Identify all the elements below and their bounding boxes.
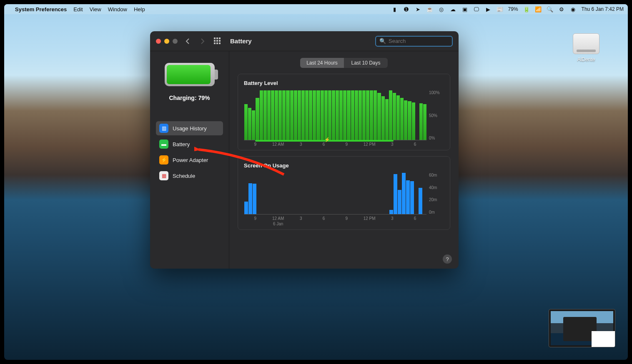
chart-bar [396,95,400,140]
chart-bar [324,90,328,140]
chart-bar [248,183,252,214]
chart-bar [402,173,406,214]
chart-bar [321,90,324,140]
chart-bar [256,98,259,140]
menubar-item-edit[interactable]: Edit [73,6,83,12]
chart-bar [351,90,354,140]
spotlight-icon[interactable]: 🔍 [547,6,553,12]
segment-last-10-days[interactable]: Last 10 Days [344,58,388,68]
notification-badge-icon[interactable]: ➊ [403,6,410,12]
menubar-item-window[interactable]: Window [108,6,127,12]
menubar-extra-icon[interactable]: ◎ [438,6,445,12]
chart-bar [271,90,274,140]
y-axis-tick: 50% [429,113,444,118]
sidebar-item-battery[interactable]: ▬ Battery [156,137,223,151]
menubar-item-help[interactable]: Help [134,6,145,12]
main-content: Last 24 Hours Last 10 Days Battery Level… [229,51,459,269]
menubar-extra-icon[interactable]: ▮ [391,6,398,12]
display-icon[interactable]: 🖵 [473,6,480,12]
chart-bar [309,90,312,140]
chart-bar [398,190,401,214]
chart-bar [385,99,389,140]
x-axis-tick: 3 [381,142,404,147]
battery-percent-label: 79% [508,6,518,12]
sidebar-item-power-adapter[interactable]: ⚡ Power Adapter [156,153,223,167]
grid-icon [214,37,221,45]
show-all-button[interactable] [213,36,223,46]
sidebar-item-label: Power Adapter [173,157,208,163]
chart-bar [244,202,248,214]
x-axis-tick: 12 PM [358,216,381,226]
siri-icon[interactable]: ◉ [570,6,577,12]
sidebar-item-schedule[interactable]: ▦ Schedule [156,169,223,183]
battery-large-icon [165,63,215,86]
chart-bar [366,90,369,140]
x-axis-tick: 9 [335,142,358,147]
bolt-icon: ⚡ [159,155,168,165]
search-field[interactable]: 🔍 [375,36,453,47]
screen-mirror-icon[interactable]: ▣ [461,6,468,12]
segment-last-24-hours[interactable]: Last 24 Hours [300,58,344,68]
chart-bar [336,90,339,140]
menubar-extra-icon[interactable]: ➤ [415,6,421,12]
y-axis-tick: 60m [429,173,444,177]
menu-bar: System Preferences Edit View Window Help… [4,4,628,14]
y-axis-tick: 100% [429,90,444,95]
chart-bar [267,90,271,140]
system-preferences-window: Battery 🔍 Charging: 79% ▥ Usage History [150,31,459,269]
chart-bar [298,90,301,140]
chart-bar [252,110,255,140]
close-window-button[interactable] [156,39,161,44]
chart-bar [343,90,346,140]
x-axis-tick: 3 [290,142,313,147]
y-axis-tick: 40m [429,185,444,190]
menubar-app-name[interactable]: System Preferences [15,6,67,12]
menubar-datetime[interactable]: Thu 6 Jan 7:42 PM [582,6,624,12]
chart-bar [370,90,373,140]
menubar-item-view[interactable]: View [90,6,101,12]
menubar-extra-icon[interactable]: ☁ [450,6,456,12]
battery-status-icon[interactable]: 🔋 [523,6,530,12]
chart-bar [406,180,410,214]
x-axis-tick: 12 AM [267,142,290,147]
help-button[interactable]: ? [443,254,452,264]
x-axis-tick: 12 PM [358,142,381,147]
forward-button [198,36,208,46]
wifi-icon[interactable]: 📶 [535,6,542,12]
back-button[interactable] [183,36,193,46]
chart-bar [404,100,407,140]
battery-level-chart: ⚡ 100%50%0% [244,90,444,140]
desktop-volume-label: AlDente [569,57,603,62]
chart-bar [410,181,414,214]
desktop-volume-icon[interactable]: AlDente [569,33,603,62]
menubar-extra-icon[interactable]: 📰 [497,6,503,12]
sidebar-item-usage-history[interactable]: ▥ Usage History [156,121,223,135]
chart-bar [260,90,263,140]
battery-level-panel: Battery Level ⚡ 100%50%0% 912 AM36912 PM… [238,74,450,150]
control-center-icon[interactable]: ⚙ [558,6,565,12]
pip-thumbnail[interactable] [549,309,615,347]
time-range-segmented-control[interactable]: Last 24 Hours Last 10 Days [300,58,388,68]
chart-bar [328,90,331,140]
chart-bar [389,90,392,140]
chart-bar [248,108,251,140]
now-playing-icon[interactable]: ▶ [485,6,492,12]
x-axis-tick: 3 [381,216,404,226]
chart-bar [275,90,278,140]
chart-bar [290,90,293,140]
zoom-window-button[interactable] [173,39,178,44]
sidebar-item-label: Schedule [173,173,195,179]
menubar-extra-icon[interactable]: ☕ [426,6,433,12]
chart-bar [263,90,267,140]
chart-bar [394,174,397,214]
desktop-wallpaper: System Preferences Edit View Window Help… [4,4,628,360]
chart-bar [286,90,289,140]
chart-bar [359,90,362,140]
search-input[interactable] [389,38,459,44]
screen-on-usage-chart: 60m40m20m0m [244,173,444,214]
minimize-window-button[interactable] [164,39,169,44]
charging-bolt-icon: ⚡ [324,137,330,142]
x-axis-tick: 12 AM6 Jan [267,216,290,226]
chart-bar [316,90,320,140]
chart-bar [400,98,404,140]
